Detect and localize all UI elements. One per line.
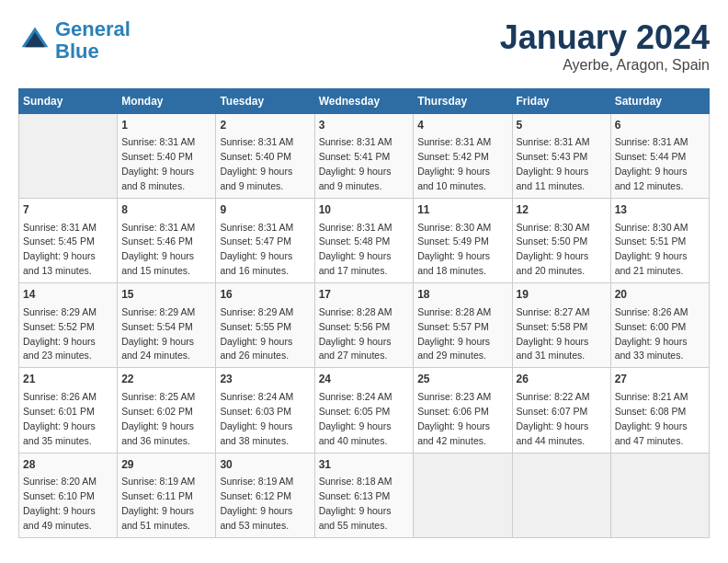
calendar-cell bbox=[414, 453, 512, 537]
day-number: 24 bbox=[319, 372, 410, 387]
calendar-cell: 12Sunrise: 8:30 AMSunset: 5:50 PMDayligh… bbox=[512, 199, 610, 283]
sunset-info: Sunset: 6:13 PM bbox=[319, 490, 391, 501]
day-number: 9 bbox=[220, 202, 310, 218]
sunrise-info: Sunrise: 8:31 AM bbox=[220, 222, 293, 233]
calendar-week-4: 21Sunrise: 8:26 AMSunset: 6:01 PMDayligh… bbox=[19, 368, 710, 453]
day-number: 21 bbox=[23, 372, 113, 387]
calendar-cell: 1Sunrise: 8:31 AMSunset: 5:40 PMDaylight… bbox=[118, 114, 216, 199]
sunrise-info: Sunrise: 8:26 AM bbox=[23, 391, 97, 402]
sunrise-info: Sunrise: 8:25 AM bbox=[121, 391, 195, 402]
calendar-cell: 10Sunrise: 8:31 AMSunset: 5:48 PMDayligh… bbox=[314, 199, 414, 283]
daylight-info: Daylight: 9 hours and 40 minutes. bbox=[319, 420, 392, 446]
daylight-info: Daylight: 9 hours and 9 minutes. bbox=[220, 166, 292, 191]
calendar-cell: 29Sunrise: 8:19 AMSunset: 6:11 PMDayligh… bbox=[118, 453, 216, 537]
sunset-info: Sunset: 5:57 PM bbox=[417, 321, 489, 332]
calendar-cell: 4Sunrise: 8:31 AMSunset: 5:42 PMDaylight… bbox=[414, 114, 512, 199]
sunset-info: Sunset: 5:52 PM bbox=[23, 321, 95, 332]
sunset-info: Sunset: 5:54 PM bbox=[121, 321, 193, 332]
calendar-cell: 13Sunrise: 8:30 AMSunset: 5:51 PMDayligh… bbox=[610, 199, 709, 283]
day-number: 28 bbox=[23, 457, 113, 473]
header-thursday: Thursday bbox=[414, 89, 512, 114]
title-block: January 2024 Ayerbe, Aragon, Spain bbox=[500, 18, 710, 74]
calendar-cell: 31Sunrise: 8:18 AMSunset: 6:13 PMDayligh… bbox=[314, 453, 414, 537]
header-saturday: Saturday bbox=[610, 89, 709, 114]
daylight-info: Daylight: 9 hours and 51 minutes. bbox=[121, 505, 194, 531]
sunrise-info: Sunrise: 8:29 AM bbox=[23, 306, 97, 317]
calendar-cell bbox=[610, 453, 709, 537]
daylight-info: Daylight: 9 hours and 26 minutes. bbox=[220, 336, 292, 362]
sunrise-info: Sunrise: 8:31 AM bbox=[220, 136, 293, 147]
header-tuesday: Tuesday bbox=[216, 89, 314, 114]
day-number: 7 bbox=[23, 202, 113, 218]
daylight-info: Daylight: 9 hours and 31 minutes. bbox=[517, 336, 589, 362]
day-number: 15 bbox=[121, 287, 211, 303]
sunset-info: Sunset: 6:01 PM bbox=[23, 406, 95, 417]
sunrise-info: Sunrise: 8:30 AM bbox=[615, 222, 688, 233]
calendar-week-3: 14Sunrise: 8:29 AMSunset: 5:52 PMDayligh… bbox=[19, 283, 710, 368]
header-wednesday: Wednesday bbox=[314, 89, 414, 114]
sunrise-info: Sunrise: 8:31 AM bbox=[121, 222, 195, 233]
calendar-table: SundayMondayTuesdayWednesdayThursdayFrid… bbox=[18, 88, 710, 538]
sunset-info: Sunset: 5:48 PM bbox=[319, 236, 391, 247]
daylight-info: Daylight: 9 hours and 49 minutes. bbox=[23, 505, 96, 531]
calendar-cell: 5Sunrise: 8:31 AMSunset: 5:43 PMDaylight… bbox=[512, 114, 610, 199]
month-title: January 2024 bbox=[500, 18, 710, 57]
calendar-cell: 8Sunrise: 8:31 AMSunset: 5:46 PMDaylight… bbox=[118, 199, 216, 283]
page-header: General Blue January 2024 Ayerbe, Aragon… bbox=[18, 18, 710, 74]
sunset-info: Sunset: 5:40 PM bbox=[220, 151, 291, 162]
calendar-cell: 24Sunrise: 8:24 AMSunset: 6:05 PMDayligh… bbox=[314, 368, 414, 453]
day-number: 25 bbox=[417, 372, 507, 387]
day-number: 29 bbox=[121, 457, 211, 473]
daylight-info: Daylight: 9 hours and 36 minutes. bbox=[121, 420, 194, 446]
calendar-week-5: 28Sunrise: 8:20 AMSunset: 6:10 PMDayligh… bbox=[19, 453, 710, 537]
calendar-cell: 3Sunrise: 8:31 AMSunset: 5:41 PMDaylight… bbox=[314, 114, 414, 199]
calendar-cell: 9Sunrise: 8:31 AMSunset: 5:47 PMDaylight… bbox=[216, 199, 314, 283]
calendar-cell bbox=[19, 114, 118, 199]
day-number: 11 bbox=[417, 202, 507, 218]
calendar-cell: 28Sunrise: 8:20 AMSunset: 6:10 PMDayligh… bbox=[19, 453, 118, 537]
day-number: 30 bbox=[220, 457, 310, 473]
daylight-info: Daylight: 9 hours and 42 minutes. bbox=[417, 420, 490, 446]
calendar-cell: 11Sunrise: 8:30 AMSunset: 5:49 PMDayligh… bbox=[414, 199, 512, 283]
day-number: 19 bbox=[517, 287, 607, 303]
sunset-info: Sunset: 6:10 PM bbox=[23, 490, 95, 501]
sunset-info: Sunset: 6:06 PM bbox=[417, 406, 489, 417]
daylight-info: Daylight: 9 hours and 33 minutes. bbox=[615, 336, 688, 362]
day-number: 13 bbox=[615, 202, 705, 218]
sunrise-info: Sunrise: 8:31 AM bbox=[319, 136, 392, 147]
sunset-info: Sunset: 5:56 PM bbox=[319, 321, 391, 332]
calendar-cell: 23Sunrise: 8:24 AMSunset: 6:03 PMDayligh… bbox=[216, 368, 314, 453]
daylight-info: Daylight: 9 hours and 12 minutes. bbox=[615, 166, 688, 191]
sunset-info: Sunset: 5:55 PM bbox=[220, 321, 291, 332]
sunrise-info: Sunrise: 8:18 AM bbox=[319, 476, 392, 487]
calendar-cell: 22Sunrise: 8:25 AMSunset: 6:02 PMDayligh… bbox=[118, 368, 216, 453]
sunset-info: Sunset: 5:42 PM bbox=[417, 151, 489, 162]
day-number: 2 bbox=[220, 118, 310, 133]
day-number: 27 bbox=[615, 372, 705, 387]
day-number: 17 bbox=[319, 287, 410, 303]
daylight-info: Daylight: 9 hours and 8 minutes. bbox=[121, 166, 194, 191]
location-title: Ayerbe, Aragon, Spain bbox=[500, 57, 710, 74]
daylight-info: Daylight: 9 hours and 9 minutes. bbox=[319, 166, 392, 191]
sunset-info: Sunset: 5:41 PM bbox=[319, 151, 391, 162]
day-number: 10 bbox=[319, 202, 410, 218]
sunrise-info: Sunrise: 8:23 AM bbox=[417, 391, 491, 402]
day-number: 20 bbox=[615, 287, 705, 303]
calendar-cell: 21Sunrise: 8:26 AMSunset: 6:01 PMDayligh… bbox=[19, 368, 118, 453]
calendar-cell: 26Sunrise: 8:22 AMSunset: 6:07 PMDayligh… bbox=[512, 368, 610, 453]
sunrise-info: Sunrise: 8:31 AM bbox=[417, 136, 491, 147]
calendar-cell bbox=[512, 453, 610, 537]
sunset-info: Sunset: 5:47 PM bbox=[220, 236, 291, 247]
calendar-cell: 6Sunrise: 8:31 AMSunset: 5:44 PMDaylight… bbox=[610, 114, 709, 199]
sunrise-info: Sunrise: 8:21 AM bbox=[615, 391, 688, 402]
daylight-info: Daylight: 9 hours and 10 minutes. bbox=[417, 166, 490, 191]
day-number: 23 bbox=[220, 372, 310, 387]
sunrise-info: Sunrise: 8:24 AM bbox=[220, 391, 293, 402]
calendar-cell: 15Sunrise: 8:29 AMSunset: 5:54 PMDayligh… bbox=[118, 283, 216, 368]
day-number: 18 bbox=[417, 287, 507, 303]
sunrise-info: Sunrise: 8:28 AM bbox=[417, 306, 491, 317]
header-sunday: Sunday bbox=[19, 89, 118, 114]
day-number: 8 bbox=[121, 202, 211, 218]
day-number: 12 bbox=[517, 202, 607, 218]
calendar-cell: 25Sunrise: 8:23 AMSunset: 6:06 PMDayligh… bbox=[414, 368, 512, 453]
